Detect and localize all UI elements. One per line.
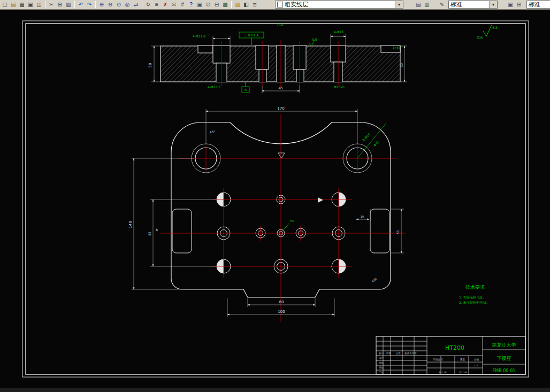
title-block-small-label: 阶段标记 [433, 358, 444, 362]
grid-icon[interactable]: # [178, 1, 187, 9]
help-icon[interactable]: ? [187, 1, 195, 9]
sheet-icon[interactable]: ▤ [414, 1, 423, 9]
title-block-small-label: 重量 [460, 358, 465, 361]
pan-icon[interactable]: ⇄ [132, 1, 140, 9]
title-block-small-label: 共 1 张 [439, 371, 447, 374]
zoom-in-icon[interactable]: ⊕ [97, 1, 106, 9]
plan-leaders [282, 123, 386, 231]
mail-icon[interactable]: ✉ [170, 1, 178, 9]
toolbar-separator [74, 1, 75, 8]
toolbar-separator [142, 1, 142, 8]
style-combo[interactable]: 标准▼ [448, 1, 498, 9]
left-pocket [172, 209, 192, 253]
print-icon[interactable]: ▣ [26, 1, 35, 9]
toolbar-group: ✂⊞▧ [47, 1, 73, 9]
toolbar-separator [45, 1, 45, 8]
style-combo-value: 标准 [450, 1, 489, 8]
zoom-out-icon[interactable]: ⊖ [106, 1, 114, 9]
toolbar-group: ▣⊞ [506, 1, 523, 9]
title-block-small-label: 标记 [378, 351, 384, 355]
gdt-frame-text: ⊥ 0.01 A [245, 33, 259, 37]
part-name-label: 下模座 [497, 356, 511, 361]
section-label: 0-0 [277, 23, 283, 27]
cad-application-window: ▢▤▦▣◫✂⊞▧↶↷⊕⊖⊙◎⇄↻≡✗✉#?▣∅⊟▩▨◧≣粗实线层▼▤▥✎标准▼▣… [0, 0, 550, 392]
toolbar-group: ↻≡✗✉#?▣∅⊟▩ [144, 1, 230, 9]
paste-icon[interactable]: ▧ [64, 1, 73, 9]
top-toolbar: ▢▤▦▣◫✂⊞▧↶↷⊕⊖⊙◎⇄↻≡✗✉#?▣∅⊟▩▨◧≣粗实线层▼▤▥✎标准▼▣… [0, 0, 550, 10]
tech-req-item: 1. 去除毛刺飞边。 [459, 295, 486, 299]
roughness-symbol-icon [483, 25, 492, 36]
counterbore-leader [357, 123, 386, 158]
title-block-small-label: 设计 [379, 356, 384, 359]
datum-label: A [245, 88, 247, 91]
dimension-text: 100 [278, 310, 285, 314]
open-folder-icon[interactable]: ▤ [9, 1, 18, 9]
dimension-text: Φ16k6 [334, 85, 345, 89]
ole-object-icon[interactable]: ▣ [195, 1, 204, 9]
title-block-small-label: 处数 [386, 351, 392, 355]
save-icon[interactable]: ▦ [18, 1, 26, 9]
dropdown-arrow-icon[interactable]: ▼ [489, 1, 497, 8]
dimension-text: 140 [128, 221, 133, 228]
thread-leader [282, 224, 289, 231]
sheet2-icon[interactable]: ▥ [423, 1, 431, 9]
title-block-small-label: 分区 [396, 351, 401, 355]
drawing-viewport[interactable]: 0-0 ⊥ 0.01 A A [0, 10, 550, 388]
regen-icon[interactable]: ↻ [144, 1, 152, 9]
dimension-text: B [156, 228, 158, 232]
image-icon[interactable]: ▩ [221, 1, 230, 9]
zoom-window-icon[interactable]: ⊙ [114, 1, 123, 9]
calculator-icon[interactable]: ⊟ [212, 1, 221, 9]
print-preview-icon[interactable]: ◫ [35, 1, 43, 9]
dimension-text: 55 [396, 230, 400, 234]
cut-icon[interactable]: ✂ [47, 1, 56, 9]
linetype-icon[interactable]: ≣ [250, 1, 259, 9]
title-block-small-label: 1:2 [474, 364, 478, 367]
dimension-text: 4-Φ13.5 [208, 85, 220, 89]
layers-icon[interactable]: ≡ [152, 1, 161, 9]
title-block-small-label: 校核 [379, 362, 384, 364]
material-label: HT200 [445, 344, 464, 351]
toolbar-separator [95, 1, 96, 8]
roughness-rest-label: 其余 [477, 35, 483, 40]
section-view: 0-0 ⊥ 0.01 A A [151, 23, 407, 93]
new-icon[interactable]: ▢ [1, 1, 9, 9]
measure-icon[interactable]: ∅ [204, 1, 212, 9]
dimension-text: 85 [148, 232, 151, 236]
title-block: HT200 黑龙江大学 下模座 FMB.00-01 标记处数分区更改文件号设计校… [376, 336, 525, 374]
dimension-text: R20 [371, 277, 377, 283]
toolbar-separator [231, 1, 232, 8]
pencil-icon[interactable]: ✎ [438, 1, 446, 9]
dropdown-arrow-icon[interactable]: ▼ [395, 1, 403, 8]
plan-centerlines [161, 114, 406, 322]
dimension-text: M6 [290, 219, 294, 222]
dimension-text: 30 [400, 63, 403, 67]
style-combo-right[interactable]: 标准▼ [526, 1, 550, 9]
properties-icon[interactable]: ▣ [506, 1, 515, 9]
section-cut-triangle [278, 153, 285, 158]
toolbar-group: ↶↷ [77, 1, 94, 9]
layer-combo[interactable]: 粗实线层▼ [275, 1, 403, 9]
delete-icon[interactable]: ✗ [161, 1, 170, 9]
layer-manager-icon[interactable]: ▨ [233, 1, 242, 9]
title-block-small-labels: 标记处数分区更改文件号设计校核审核工艺阶段标记重量比例1:2共 1 张第 1 张 [378, 351, 479, 374]
dimension-text: 170 [277, 106, 284, 111]
toolbar-group: ✎ [438, 1, 446, 9]
drawing-canvas[interactable]: 0-0 ⊥ 0.01 A A [0, 10, 550, 388]
dimension-text: 50 [148, 63, 152, 68]
dimension-text: 45° [210, 130, 216, 134]
layer-color-icon[interactable]: ◧ [242, 1, 250, 9]
view-direction-arrow [318, 197, 323, 203]
organization-label: 黑龙江大学 [492, 342, 516, 348]
dimension-text: 10 [361, 215, 364, 218]
zoom-all-icon[interactable]: ◎ [123, 1, 132, 9]
dimension-text: 80 [279, 300, 284, 304]
toolbar-group: ▤▥ [414, 1, 431, 9]
title-block-small-label: 工艺 [379, 371, 384, 374]
undo-icon[interactable]: ↶ [77, 1, 85, 9]
table-icon[interactable]: ⊞ [515, 1, 523, 9]
redo-icon[interactable]: ↷ [85, 1, 94, 9]
technical-requirements: 技术要求 1. 去除毛刺飞边。 2. 未注圆角半径R3。 [459, 285, 490, 305]
copy-icon[interactable]: ⊞ [56, 1, 64, 9]
dimension-text: 1×45° [393, 46, 402, 49]
